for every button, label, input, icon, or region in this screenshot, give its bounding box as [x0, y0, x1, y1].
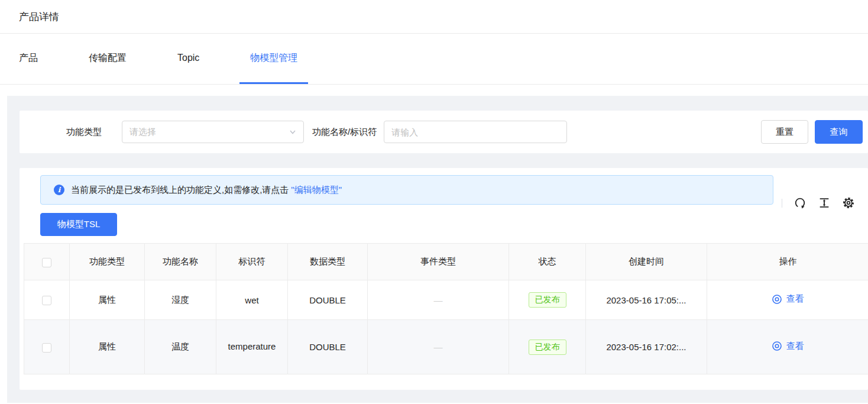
- view-link[interactable]: 查看: [772, 341, 804, 352]
- thing-model-tsl-button[interactable]: 物模型TSL: [40, 213, 117, 236]
- tab-thing-model[interactable]: 物模型管理: [239, 34, 308, 84]
- settings-icon[interactable]: [842, 196, 855, 209]
- density-icon[interactable]: [818, 196, 831, 209]
- cell-operation: 查看: [707, 320, 868, 374]
- eye-icon: [772, 341, 782, 351]
- col-data-type: 数据类型: [288, 244, 368, 280]
- cell-data-type: DOUBLE: [288, 320, 368, 374]
- filter-bar: 功能类型 请选择 功能名称/标识符 重置 查询: [20, 111, 868, 153]
- cell-event-type: —: [368, 320, 509, 374]
- col-operation: 操作: [707, 244, 868, 280]
- col-event-type: 事件类型: [368, 244, 509, 280]
- cell-event-type: —: [368, 280, 509, 320]
- cell-data-type: DOUBLE: [288, 280, 368, 320]
- search-button[interactable]: 查询: [815, 120, 863, 144]
- cell-operation: 查看: [707, 280, 868, 320]
- cell-status: 已发布: [509, 280, 586, 320]
- table-row: 属性 温度 temperature DOUBLE — 已发布 2023-05-1…: [24, 320, 868, 374]
- tab-transport-config[interactable]: 传输配置: [78, 34, 137, 84]
- view-link-label: 查看: [786, 341, 804, 352]
- chevron-down-icon: [289, 128, 296, 135]
- function-name-input[interactable]: [384, 121, 567, 143]
- page-header: 产品详情: [0, 0, 868, 34]
- data-table-wrap: 功能类型 功能名称 标识符 数据类型 事件类型 状态 创建时间 操作 属性 湿: [24, 243, 868, 374]
- cell-function-type: 属性: [70, 280, 145, 320]
- view-link[interactable]: 查看: [772, 293, 804, 305]
- table-header-row: 功能类型 功能名称 标识符 数据类型 事件类型 状态 创建时间 操作: [24, 244, 868, 280]
- col-identifier: 标识符: [216, 244, 288, 280]
- tab-bar: 产品 传输配置 Topic 物模型管理: [0, 34, 868, 85]
- banner-text: 当前展示的是已发布到线上的功能定义,如需修改,请点击: [71, 185, 289, 196]
- function-type-label: 功能类型: [66, 127, 102, 138]
- cell-created-time: 2023-05-16 17:05:...: [586, 280, 707, 320]
- cell-identifier: temperature: [216, 320, 288, 374]
- tab-topic[interactable]: Topic: [167, 34, 210, 84]
- cell-identifier: wet: [216, 280, 288, 320]
- refresh-icon[interactable]: [793, 196, 807, 209]
- cell-status: 已发布: [509, 320, 586, 374]
- table-row: 属性 湿度 wet DOUBLE — 已发布 2023-05-16 17:05:…: [24, 280, 868, 320]
- col-status: 状态: [509, 244, 586, 280]
- info-circle-icon: i: [54, 185, 64, 195]
- cell-function-type: 属性: [70, 320, 145, 374]
- select-all-checkbox[interactable]: [42, 258, 51, 267]
- cell-function-name: 湿度: [145, 280, 216, 320]
- status-badge: 已发布: [529, 340, 566, 355]
- select-placeholder: 请选择: [129, 127, 156, 138]
- divider: [782, 199, 782, 208]
- row-checkbox[interactable]: [42, 296, 51, 305]
- col-function-name: 功能名称: [145, 244, 216, 280]
- content-area: 功能类型 请选择 功能名称/标识符 重置 查询 i 当前展示的是已发布到线上的功…: [7, 96, 868, 403]
- function-name-label: 功能名称/标识符: [312, 127, 377, 138]
- view-link-label: 查看: [786, 293, 804, 305]
- cell-created-time: 2023-05-16 17:02:...: [586, 320, 707, 374]
- thing-model-table: 功能类型 功能名称 标识符 数据类型 事件类型 状态 创建时间 操作 属性 湿: [24, 243, 868, 374]
- table-card: i 当前展示的是已发布到线上的功能定义,如需修改,请点击 "编辑物模型": [20, 168, 868, 390]
- status-badge: 已发布: [529, 292, 566, 308]
- select-all-cell: [24, 244, 70, 280]
- col-created-time: 创建时间: [586, 244, 707, 280]
- eye-icon: [772, 294, 782, 305]
- cell-function-name: 温度: [145, 320, 216, 374]
- info-banner: i 当前展示的是已发布到线上的功能定义,如需修改,请点击 "编辑物模型": [40, 175, 773, 205]
- table-toolbar: [782, 196, 855, 209]
- edit-thing-model-link[interactable]: "编辑物模型": [291, 185, 342, 196]
- tab-product[interactable]: 产品: [8, 34, 48, 84]
- col-function-type: 功能类型: [70, 244, 145, 280]
- function-type-select[interactable]: 请选择: [122, 121, 304, 143]
- row-checkbox[interactable]: [42, 343, 51, 353]
- reset-button[interactable]: 重置: [761, 120, 808, 144]
- page-title: 产品详情: [19, 10, 59, 24]
